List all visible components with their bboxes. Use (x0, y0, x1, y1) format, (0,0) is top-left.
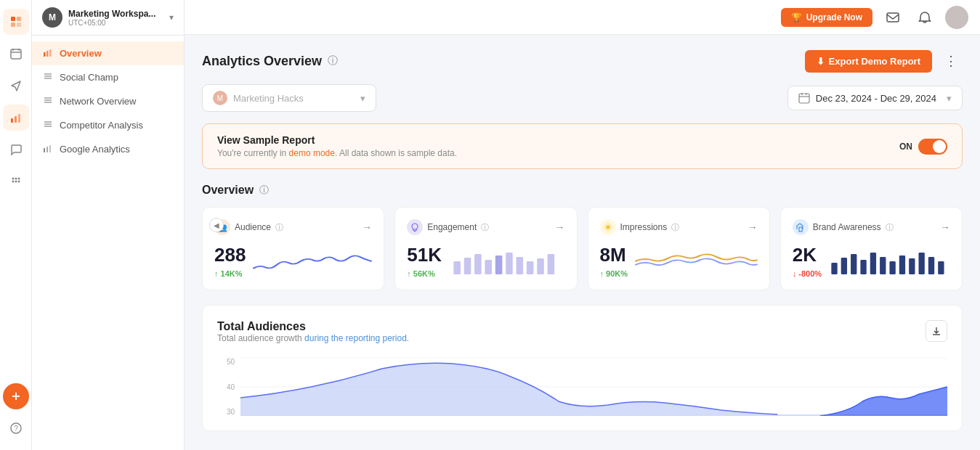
overview-info-icon[interactable]: ⓘ (259, 184, 269, 197)
svg-rect-8 (11, 118, 13, 123)
page-header: Analytics Overview ⓘ ⬇ Export Demo Repor… (202, 49, 963, 73)
metric-card-engagement: Engagement ⓘ → 51K ↑ 56K% (394, 207, 577, 290)
audience-info-icon[interactable]: ⓘ (275, 222, 283, 233)
metric-body-brand: 2K ↓ -800% (793, 244, 950, 278)
svg-rect-36 (887, 13, 899, 22)
sidebar-item-overview[interactable]: Overview (32, 41, 184, 65)
sidebar-item-network[interactable]: Network Overview (32, 89, 184, 113)
demo-banner-text: View Sample Report You're currently in d… (217, 134, 457, 158)
brand-arrow-icon[interactable]: → (940, 221, 950, 233)
svg-rect-9 (15, 116, 17, 123)
svg-rect-58 (861, 260, 867, 274)
y-label-40: 40 (217, 383, 235, 391)
download-chart-btn[interactable] (926, 320, 947, 342)
overview-icon (42, 47, 54, 60)
brand-value: 2K (793, 244, 822, 266)
workspace-selector[interactable]: M Marketing Workspa... UTC+05:00 ▾ (32, 0, 184, 36)
workspace-timezone: UTC+05:00 (68, 19, 163, 27)
total-audiences-chart: 50 40 30 (217, 358, 947, 416)
engagement-change: ↑ 56K% (407, 269, 442, 278)
svg-rect-51 (548, 254, 555, 274)
demo-toggle[interactable] (918, 139, 947, 155)
date-range-chevron-icon: ▾ (947, 93, 952, 104)
sidebar-collapse-btn[interactable]: ◀ (209, 218, 224, 232)
export-icon: ⬇ (817, 56, 825, 67)
messages-icon-btn[interactable] (881, 6, 904, 29)
sidebar-item-label-overview: Overview (60, 48, 102, 59)
svg-rect-47 (506, 253, 513, 274)
demo-toggle-label: ON (899, 142, 912, 152)
ai-icon-btn[interactable] (3, 168, 29, 195)
svg-rect-61 (890, 261, 896, 274)
group-select[interactable]: M Marketing Hacks ▾ (202, 84, 376, 112)
export-button[interactable]: ⬇ Export Demo Report (805, 50, 932, 73)
calendar-picker-icon (798, 92, 810, 104)
metric-body-audience: 288 ↑ 14K% (214, 244, 372, 278)
y-axis-labels: 50 40 30 (217, 358, 238, 416)
calendar-icon-btn[interactable] (3, 41, 29, 67)
overview-section-title: Overview (202, 184, 254, 197)
sidebar-item-google[interactable]: Google Analytics (32, 137, 184, 161)
analytics-icon-btn[interactable] (3, 105, 29, 131)
metric-card-audience: 👥 Audience ⓘ → 288 ↑ 14K% (202, 207, 384, 290)
impressions-sparkline (635, 247, 758, 276)
send-icon-btn[interactable] (3, 73, 29, 99)
metric-card-impressions: Impressions ⓘ → 8M ↑ 90K% (588, 207, 770, 290)
impressions-info-icon[interactable]: ⓘ (671, 222, 679, 233)
svg-rect-48 (516, 257, 523, 274)
svg-rect-59 (870, 253, 876, 274)
engagement-arrow-icon[interactable]: → (555, 221, 565, 233)
sidebar-item-label-social: Social Champ (60, 72, 118, 83)
svg-rect-56 (841, 258, 847, 274)
main-area: 🏆 Upgrade Now Analytics Overview ⓘ ⬇ Exp… (185, 0, 980, 450)
impressions-label: Impressions (620, 222, 668, 232)
workspace-name: Marketing Workspa... (68, 9, 163, 19)
sidebar-item-label-network: Network Overview (60, 96, 136, 107)
chat-icon-btn[interactable] (3, 136, 29, 163)
audience-arrow-icon[interactable]: → (362, 221, 372, 233)
impressions-metric-icon (600, 219, 616, 235)
help-icon-btn[interactable]: ? (3, 415, 29, 441)
svg-rect-44 (474, 254, 482, 274)
metrics-row: 👥 Audience ⓘ → 288 ↑ 14K% (202, 207, 963, 290)
impressions-value: 8M (600, 244, 628, 266)
notifications-icon-btn[interactable] (913, 6, 936, 29)
date-range-value: Dec 23, 2024 - Dec 29, 2024 (816, 93, 936, 104)
svg-rect-33 (44, 148, 45, 152)
page-title: Analytics Overview (202, 54, 322, 69)
total-audiences-header: Total Audiences Total audience growth du… (217, 320, 947, 353)
upgrade-button[interactable]: 🏆 Upgrade Now (781, 8, 872, 27)
metric-header-audience: 👥 Audience ⓘ → (214, 219, 372, 235)
user-avatar[interactable] (945, 6, 968, 29)
more-options-btn[interactable]: ⋮ (939, 49, 963, 73)
svg-point-12 (15, 178, 17, 180)
sidebar-item-social-champ[interactable]: Social Champ (32, 65, 184, 89)
impressions-arrow-icon[interactable]: → (748, 221, 758, 233)
svg-rect-66 (938, 261, 944, 274)
add-icon-btn[interactable] (3, 383, 29, 409)
engagement-value: 51K (407, 244, 442, 266)
home-icon-btn[interactable] (3, 9, 29, 35)
svg-rect-49 (527, 261, 534, 274)
metric-body-impressions: 8M ↑ 90K% (600, 244, 758, 278)
svg-point-14 (12, 181, 14, 183)
date-range-picker[interactable]: Dec 23, 2024 - Dec 29, 2024 ▾ (787, 86, 963, 110)
icon-bar: ? (0, 0, 32, 450)
svg-rect-1 (17, 17, 21, 21)
demo-toggle-container: ON (899, 139, 947, 155)
brand-info-icon[interactable]: ⓘ (886, 222, 894, 233)
page-title-help-icon[interactable]: ⓘ (328, 54, 338, 68)
sidebar-item-competitor[interactable]: Competitor Analysis (32, 113, 184, 137)
svg-rect-43 (464, 258, 471, 274)
svg-rect-60 (880, 257, 886, 274)
svg-rect-35 (49, 145, 51, 152)
svg-rect-10 (18, 114, 20, 123)
brand-change: ↓ -800% (793, 269, 822, 278)
overview-section-title-row: Overview ⓘ (202, 184, 963, 197)
engagement-label: Engagement (427, 222, 477, 232)
svg-rect-21 (44, 52, 46, 57)
sidebar-item-label-competitor: Competitor Analysis (60, 120, 143, 131)
engagement-info-icon[interactable]: ⓘ (481, 222, 489, 233)
social-champ-icon (42, 71, 54, 83)
svg-rect-22 (46, 51, 49, 57)
